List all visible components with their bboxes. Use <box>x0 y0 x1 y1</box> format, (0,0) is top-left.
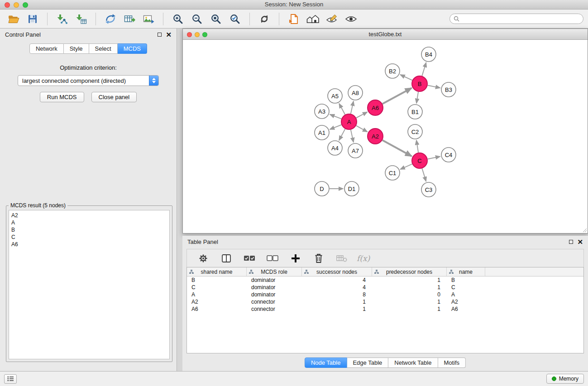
graph-node-C1[interactable]: C1 <box>385 166 400 180</box>
tab-style[interactable]: Style <box>64 43 89 54</box>
column-header-shared-name[interactable]: shared name <box>187 267 247 276</box>
save-session-button[interactable] <box>24 11 41 27</box>
graph-node-A5[interactable]: A5 <box>328 89 342 103</box>
run-mcds-button[interactable]: Run MCDS <box>40 92 84 102</box>
graph-edge-A6-B[interactable] <box>382 88 412 104</box>
column-header-predecessor-nodes[interactable]: predecessor nodes <box>372 267 447 276</box>
graph-node-D1[interactable]: D1 <box>344 181 359 196</box>
column-header-successor-nodes[interactable]: successor nodes <box>302 267 372 276</box>
show-graphics-details-button[interactable] <box>343 11 359 27</box>
close-network-window-icon[interactable] <box>187 32 192 37</box>
graph-node-B1[interactable]: B1 <box>408 105 422 119</box>
graph-edge-B-B1[interactable] <box>416 92 418 103</box>
graph-node-B3[interactable]: B3 <box>441 82 456 97</box>
graph-node-C[interactable]: C <box>412 153 427 168</box>
graph-edge-C-C3[interactable] <box>422 168 426 181</box>
graph-node-B[interactable]: B <box>412 76 427 91</box>
network-window-titlebar[interactable]: testGlobe.txt <box>183 29 588 40</box>
delete-column-button[interactable] <box>311 250 327 267</box>
tab-motifs[interactable]: Motifs <box>438 357 466 368</box>
table-row[interactable]: A2connector11A2 <box>187 298 583 305</box>
tab-network-table[interactable]: Network Table <box>388 357 438 368</box>
select-all-button[interactable] <box>241 250 258 267</box>
graph-node-B4[interactable]: B4 <box>421 47 436 62</box>
zoom-in-button[interactable] <box>170 11 186 27</box>
graph-node-A3[interactable]: A3 <box>315 104 329 119</box>
column-header-name[interactable]: name <box>447 267 485 276</box>
graph-edge-C-C2[interactable] <box>416 140 418 152</box>
zoom-selected-button[interactable] <box>227 11 243 27</box>
network-canvas[interactable]: B4B2BB3A5A8A6B1A3AC2A1A2A4A7C4CC1C3DD1 <box>183 40 588 233</box>
zoom-fit-button[interactable] <box>208 11 224 27</box>
close-table-panel-icon[interactable]: ✕ <box>577 240 583 244</box>
tab-network[interactable]: Network <box>29 43 64 54</box>
table-settings-button[interactable] <box>195 250 211 267</box>
graph-node-A4[interactable]: A4 <box>328 141 342 155</box>
import-table-from-file-button[interactable] <box>73 11 89 27</box>
new-table-button[interactable] <box>121 11 138 27</box>
graph-edge-C-C1[interactable] <box>400 164 412 169</box>
float-panel-icon[interactable] <box>158 33 162 37</box>
memory-button[interactable]: Memory <box>546 374 584 384</box>
mcds-result-list[interactable]: A2ABCA6 <box>9 210 170 359</box>
tab-select[interactable]: Select <box>89 43 118 54</box>
graph-edge-A-A8[interactable] <box>351 101 354 114</box>
show-columns-button[interactable] <box>218 250 234 267</box>
mcds-result-item[interactable]: A <box>11 219 167 226</box>
mcds-result-item[interactable]: A2 <box>11 212 167 219</box>
close-panel-button[interactable]: Close panel <box>91 92 137 102</box>
graph-edge-A-A1[interactable] <box>330 125 342 129</box>
graph-node-A[interactable]: A <box>341 114 357 129</box>
minimize-window-icon[interactable] <box>14 2 19 8</box>
unselect-all-button[interactable] <box>264 250 281 267</box>
new-network-button[interactable] <box>102 11 119 27</box>
mcds-result-item[interactable]: C <box>11 234 167 241</box>
graph-edge-A-A6[interactable] <box>356 112 368 118</box>
search-input[interactable] <box>461 16 579 22</box>
zoom-out-button[interactable] <box>189 11 205 27</box>
import-document-button[interactable] <box>286 11 302 27</box>
minimize-network-window-icon[interactable] <box>195 32 200 37</box>
optimization-criterion-select[interactable]: largest connected component (directed) <box>18 75 159 86</box>
graph-edge-C-C4[interactable] <box>428 157 440 159</box>
apply-layout-button[interactable] <box>256 11 272 27</box>
graph-edge-A-A2[interactable] <box>356 126 368 132</box>
network-graph-svg[interactable]: B4B2BB3A5A8A6B1A3AC2A1A2A4A7C4CC1C3DD1 <box>183 40 588 233</box>
graph-node-A2[interactable]: A2 <box>368 129 383 144</box>
home-button[interactable] <box>305 11 321 27</box>
maximize-network-window-icon[interactable] <box>202 32 207 37</box>
mcds-result-item[interactable]: B <box>11 226 167 234</box>
search-field[interactable] <box>449 14 583 24</box>
close-window-icon[interactable] <box>5 2 10 8</box>
mcds-result-item[interactable]: A6 <box>11 241 167 248</box>
function-builder-button[interactable]: f(x) <box>357 254 370 263</box>
graph-edge-A-A3[interactable] <box>330 114 342 119</box>
table-row[interactable]: Bdominator41B <box>187 276 583 284</box>
graph-node-B2[interactable]: B2 <box>385 64 400 78</box>
table-row[interactable]: Adominator80A <box>187 291 583 298</box>
task-history-button[interactable] <box>4 374 17 384</box>
graph-node-C4[interactable]: C4 <box>441 148 456 162</box>
tab-node-table[interactable]: Node Table <box>305 357 347 368</box>
add-column-button[interactable] <box>287 250 304 267</box>
graph-node-A1[interactable]: A1 <box>315 125 329 140</box>
float-table-panel-icon[interactable] <box>569 240 573 244</box>
graph-node-A6[interactable]: A6 <box>368 100 383 115</box>
edit-style-button[interactable] <box>324 11 340 27</box>
graph-node-A7[interactable]: A7 <box>348 143 363 158</box>
graph-edge-A-A7[interactable] <box>351 130 354 143</box>
graph-edge-A-A4[interactable] <box>339 129 345 140</box>
export-image-button[interactable] <box>140 11 157 27</box>
table-row[interactable]: A6connector11A6 <box>187 305 583 313</box>
import-network-from-file-button[interactable] <box>54 11 70 27</box>
graph-node-C2[interactable]: C2 <box>408 124 422 139</box>
graph-edge-B-B4[interactable] <box>422 62 426 76</box>
close-panel-icon[interactable]: ✕ <box>166 33 172 37</box>
tab-edge-table[interactable]: Edge Table <box>347 357 388 368</box>
graph-node-A8[interactable]: A8 <box>348 86 363 100</box>
tab-mcds[interactable]: MCDS <box>118 43 147 54</box>
graph-edge-B-B3[interactable] <box>428 86 440 88</box>
graph-node-C3[interactable]: C3 <box>421 182 436 197</box>
graph-edge-B-B2[interactable] <box>400 75 412 80</box>
resize-grip-icon[interactable] <box>582 227 587 233</box>
